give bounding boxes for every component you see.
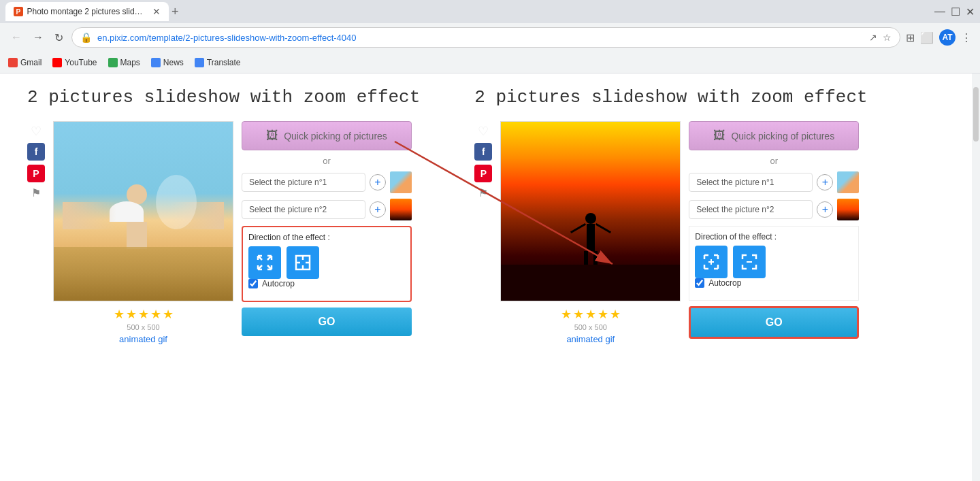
- bookmark-maps-label: Maps: [120, 58, 140, 67]
- tab-title: Photo montage 2 pictures slides...: [27, 7, 146, 16]
- bookmark-maps[interactable]: Maps: [108, 58, 140, 67]
- right-quick-pick-button[interactable]: 🖼 Quick picking of pictures: [689, 121, 859, 150]
- left-animated-gif-link[interactable]: animated gif: [53, 334, 233, 344]
- page-content: 2 pictures slideshow with zoom effect ♡ …: [0, 73, 980, 481]
- left-zoom-out-icon[interactable]: [287, 246, 319, 279]
- left-size-text: 500 x 500: [53, 323, 233, 331]
- right-page-title: 2 pictures slideshow with zoom effect: [474, 87, 867, 107]
- right-heart-icon[interactable]: ♡: [478, 124, 489, 139]
- right-thumb2: [837, 199, 859, 220]
- menu-icon[interactable]: ⋮: [961, 31, 972, 44]
- left-quick-pick-button[interactable]: 🖼 Quick picking of pictures: [242, 121, 412, 150]
- left-page-title: 2 pictures slideshow with zoom effect: [27, 87, 420, 107]
- bookmark-star-icon[interactable]: ☆: [883, 32, 892, 43]
- tab-close-button[interactable]: ✕: [152, 6, 161, 17]
- scrollbar[interactable]: [972, 73, 980, 481]
- left-facebook-icon[interactable]: f: [27, 143, 45, 161]
- restore-button[interactable]: ☐: [951, 5, 960, 18]
- share-icon[interactable]: ↗: [869, 32, 877, 43]
- scrollbar-thumb[interactable]: [973, 87, 979, 142]
- right-content: ♡ f P ⚑: [474, 121, 867, 344]
- right-thumb1-image: [837, 171, 859, 193]
- right-thumb1: [837, 171, 859, 193]
- right-thumb2-image: [837, 199, 859, 220]
- browser-chrome: P Photo montage 2 pictures slides... ✕ +…: [0, 0, 980, 73]
- right-select-pic1-button[interactable]: Select the picture n°1: [689, 173, 813, 192]
- left-content: ♡ f P ⚑: [27, 121, 420, 344]
- right-add-pic1-button[interactable]: +: [817, 174, 833, 190]
- left-pinterest-icon[interactable]: P: [27, 165, 45, 182]
- bookmarks-bar: Gmail YouTube Maps News Translate: [0, 52, 980, 73]
- bookmark-gmail-label: Gmail: [20, 58, 42, 67]
- url-bar[interactable]: 🔒 en.pixiz.com/template/2-pictures-slide…: [71, 27, 900, 48]
- right-or-text: or: [689, 156, 859, 166]
- new-tab-button[interactable]: +: [172, 5, 179, 19]
- right-preview-image: [500, 121, 681, 301]
- left-add-pic2-button[interactable]: +: [370, 201, 386, 218]
- right-quick-pick-icon: 🖼: [713, 129, 725, 143]
- right-stars: ★ ★ ★ ★ ★: [500, 307, 681, 322]
- right-go-button[interactable]: GO: [689, 306, 859, 339]
- right-select-pic1-row: Select the picture n°1 +: [689, 171, 859, 193]
- close-button[interactable]: ✕: [966, 5, 975, 18]
- right-facebook-icon[interactable]: f: [474, 143, 492, 161]
- window-controls: — ☐ ✕: [934, 5, 975, 18]
- right-zoom-in-icon[interactable]: [695, 246, 728, 278]
- left-select-pic2-row: Select the picture n°2 +: [242, 199, 412, 220]
- right-zoom-out-icon[interactable]: [733, 246, 766, 278]
- right-direction-container: Direction of the effect :: [689, 226, 859, 301]
- left-direction-box: Direction of the effect :: [242, 226, 412, 302]
- minimize-button[interactable]: —: [934, 5, 945, 18]
- left-quick-pick-label: Quick picking of pictures: [284, 131, 387, 142]
- right-quick-pick-label: Quick picking of pictures: [731, 131, 834, 142]
- bookmark-news-label: News: [163, 58, 184, 67]
- left-preview-container: ★ ★ ★ ★ ★ 500 x 500 animated gif: [53, 121, 233, 344]
- left-quick-pick-icon: 🖼: [266, 129, 278, 143]
- right-autocrop-checkbox[interactable]: [695, 278, 704, 288]
- right-size-text: 500 x 500: [500, 323, 681, 331]
- right-preview-container: ★ ★ ★ ★ ★ 500 x 500 animated gif: [500, 121, 681, 344]
- right-animated-gif-link[interactable]: animated gif: [500, 334, 681, 344]
- left-social-sidebar: ♡ f P ⚑: [27, 121, 45, 344]
- left-autocrop-label: Autocrop: [262, 279, 295, 288]
- right-select-pic2-button[interactable]: Select the picture n°2: [689, 200, 813, 219]
- tab-favicon: P: [14, 7, 23, 16]
- bookmark-news[interactable]: News: [151, 58, 184, 67]
- right-autocrop-row: Autocrop: [695, 278, 853, 288]
- left-zoom-in-icon[interactable]: [248, 246, 281, 279]
- left-go-button[interactable]: GO: [242, 308, 412, 336]
- left-or-text: or: [242, 156, 412, 166]
- profile-avatar[interactable]: AT: [939, 29, 956, 46]
- title-bar: P Photo montage 2 pictures slides... ✕ +…: [0, 0, 980, 23]
- left-add-pic1-button[interactable]: +: [370, 174, 386, 190]
- left-autocrop-checkbox[interactable]: [248, 279, 258, 288]
- right-direction-label: Direction of the effect :: [695, 232, 853, 242]
- left-flag-icon[interactable]: ⚑: [31, 186, 41, 199]
- right-flag-icon[interactable]: ⚑: [478, 186, 488, 199]
- left-select-pic1-button[interactable]: Select the picture n°1: [242, 173, 365, 192]
- right-autocrop-label: Autocrop: [708, 278, 741, 288]
- browser-tab[interactable]: P Photo montage 2 pictures slides... ✕: [5, 2, 169, 21]
- left-stars: ★ ★ ★ ★ ★: [53, 307, 233, 322]
- right-add-pic2-button[interactable]: +: [817, 201, 833, 218]
- left-preview-image: [53, 121, 233, 301]
- bookmark-youtube[interactable]: YouTube: [52, 58, 97, 67]
- right-select-pic2-row: Select the picture n°2 +: [689, 199, 859, 220]
- right-panel: 2 pictures slideshow with zoom effect ♡ …: [474, 87, 867, 344]
- address-actions: ⊞ ⬜ AT ⋮: [906, 29, 972, 46]
- left-direction-icons: [248, 246, 405, 279]
- right-direction-icons: [695, 246, 853, 278]
- back-button[interactable]: ←: [8, 29, 24, 46]
- left-select-pic2-button[interactable]: Select the picture n°2: [242, 200, 365, 219]
- forward-button[interactable]: →: [30, 29, 46, 46]
- left-panel: 2 pictures slideshow with zoom effect ♡ …: [27, 87, 420, 344]
- refresh-button[interactable]: ↻: [52, 29, 66, 47]
- url-text: en.pixiz.com/template/2-pictures-slidesh…: [97, 33, 864, 43]
- left-heart-icon[interactable]: ♡: [31, 124, 42, 139]
- extensions-icon[interactable]: ⊞: [906, 31, 915, 44]
- right-pinterest-icon[interactable]: P: [474, 165, 492, 182]
- bookmark-translate[interactable]: Translate: [195, 58, 241, 67]
- left-thumb1: [390, 171, 412, 193]
- tab-cast-icon[interactable]: ⬜: [920, 31, 934, 44]
- bookmark-gmail[interactable]: Gmail: [8, 58, 42, 67]
